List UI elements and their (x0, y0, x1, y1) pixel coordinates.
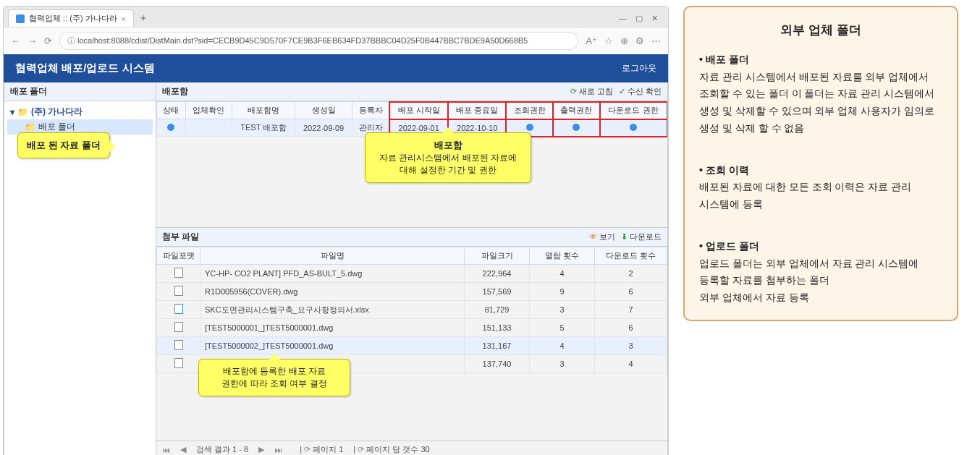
attach-header-row: 파일포맷 파일명 파일크기 열람 횟수 다운로드 횟수 (157, 247, 667, 265)
attach-panel: 첨부 파일 👁 보기 ⬇ 다운로드 파일포맷 (156, 227, 667, 455)
callout-title: 배포함 (374, 139, 522, 152)
col-status[interactable]: 상태 (157, 102, 186, 119)
col-end[interactable]: 배포 종료일 (448, 102, 506, 119)
eye-icon: 👁 (589, 232, 597, 241)
info-s2-title: • 조회 이력 (699, 162, 942, 179)
file-format-cell (157, 319, 200, 337)
col-format[interactable]: 파일포맷 (157, 247, 200, 265)
node-label: 배포 폴더 (38, 121, 75, 133)
attach-row[interactable]: YC-HP- CO2 PLANT] PFD_AS-BULT_5.dwg222,9… (157, 265, 667, 283)
callout-body: 자료 관리시스템에서 배포된 자료에 대해 설정한 기간 및 권한 (374, 152, 522, 177)
col-start[interactable]: 배포 시작일 (389, 102, 447, 119)
col-size[interactable]: 파일크기 (465, 247, 530, 265)
attach-row[interactable]: [TEST5000002_]TEST5000001.dwg131,16743 (157, 337, 667, 355)
favorite-icon[interactable]: ☆ (604, 35, 613, 46)
perm-dot-icon (630, 124, 637, 131)
callout-dist-folder: 배포 된 자료 폴더 (17, 132, 110, 158)
reload-icon[interactable]: ⟳ (44, 35, 52, 46)
minimize-icon[interactable]: — (619, 14, 627, 23)
download-button[interactable]: ⬇ 다운로드 (621, 231, 662, 242)
maximize-icon[interactable]: ▢ (635, 14, 643, 23)
attach-row[interactable]: [TEST5000001_]TEST5000001.dwg151,13356 (157, 319, 667, 337)
app-title: 협력업체 배포/업로드 시스템 (15, 61, 155, 75)
file-dls-cell: 3 (595, 337, 667, 355)
dist-grid: 상태 업체확인 배포함명 생성일 등록자 배포 시작일 배포 종료일 조회권한 … (156, 101, 667, 137)
file-size-cell: 81,729 (465, 301, 530, 319)
folder-icon: 📁 (25, 122, 35, 132)
file-views-cell: 3 (530, 355, 595, 373)
download-icon: ⬇ (621, 232, 628, 241)
root-label: (주) 가나다라 (31, 106, 83, 118)
file-views-cell: 3 (530, 301, 595, 319)
pager-first-icon[interactable]: ⏮ (162, 446, 170, 454)
forward-icon[interactable]: → (28, 35, 37, 46)
file-icon (174, 340, 183, 350)
pager: ⏮ ◀ 검색 결과 1 - 8 ▶ ⏭ | ⟳ 페이지 1 | ⟳ 페이지 당 … (156, 441, 667, 455)
cell-created: 2022-09-09 (295, 119, 352, 137)
close-tab-icon[interactable]: × (122, 14, 126, 23)
col-filename[interactable]: 파일명 (200, 247, 465, 265)
file-icon (174, 268, 183, 278)
file-icon (174, 286, 183, 296)
info-s3-title: • 업로드 폴더 (699, 238, 942, 255)
settings-icon[interactable]: ⚙ (635, 35, 644, 46)
callout-text: 배포 된 자료 폴더 (27, 140, 101, 150)
attach-row[interactable]: SKC도면관리시스템구축_요구사항정의서.xlsx81,72937 (157, 301, 667, 319)
close-window-icon[interactable]: ✕ (651, 14, 658, 23)
pager-reload2-icon[interactable]: ⟳ (358, 445, 364, 454)
pager-next-icon[interactable]: ▶ (258, 445, 264, 454)
pager-last-icon[interactable]: ⏭ (274, 446, 282, 454)
callout-text: 배포함에 등록한 배포 자료 권한에 따라 조회 여부 결정 (208, 365, 341, 390)
pager-prev-icon[interactable]: ◀ (180, 445, 186, 454)
col-confirm[interactable]: 업체확인 (185, 102, 232, 119)
url-input[interactable]: ⓘ localhost:8088/cdist/DistMain.dst?sid=… (59, 32, 578, 50)
pager-reload-icon[interactable]: ⟳ (304, 445, 311, 454)
tree-root[interactable]: ▾ 📁 (주) 가나다라 (7, 104, 153, 119)
file-icon (174, 358, 183, 368)
expand-icon[interactable]: ▾ (10, 107, 14, 117)
col-registrar[interactable]: 등록자 (352, 102, 389, 119)
refresh-button[interactable]: ⟳ 새로 고침 (570, 86, 613, 97)
logout-link[interactable]: 로그아웃 (622, 62, 656, 75)
file-size-cell: 151,133 (465, 319, 530, 337)
check-icon: ✓ (619, 87, 625, 95)
col-created[interactable]: 생성일 (295, 102, 352, 119)
info-s3-body: 업로드 폴더는 외부 업체에서 자료 관리 시스템에 등록할 자료를 첨부하는 … (699, 255, 942, 307)
menu-icon[interactable]: ⋯ (651, 35, 661, 46)
file-format-cell (157, 265, 200, 283)
new-tab-button[interactable]: ＋ (138, 12, 148, 25)
dist-header-row: 상태 업체확인 배포함명 생성일 등록자 배포 시작일 배포 종료일 조회권한 … (157, 102, 667, 119)
pager-total: 페이지 당 갯수 30 (366, 445, 429, 454)
col-dls[interactable]: 다운로드 횟수 (595, 247, 667, 265)
collections-icon[interactable]: ⊕ (620, 35, 628, 46)
file-name-cell: [TEST5000001_]TEST5000001.dwg (200, 319, 465, 337)
dist-panel-header: 배포함 ⟳ 새로 고침 ✓ 수신 확인 (156, 82, 667, 101)
col-views[interactable]: 열람 횟수 (530, 247, 595, 265)
sidebar-title: 배포 폴더 (4, 82, 156, 101)
file-icon (174, 322, 183, 332)
browser-tab[interactable]: 협력업체 :: (주) 가나다라 × (8, 9, 134, 27)
file-name-cell: [TEST5000002_]TEST5000001.dwg (200, 337, 465, 355)
read-aloud-icon[interactable]: A⁺ (586, 35, 597, 46)
col-view[interactable]: 조회권한 (506, 102, 553, 119)
confirm-button[interactable]: ✓ 수신 확인 (619, 86, 662, 97)
file-name-cell: R1D005956(COVER).dwg (200, 283, 465, 301)
info-s1-body: 자료 관리 시스템에서 배포된 자료를 외부 업체에서 조회할 수 있는 폴더 … (699, 69, 942, 137)
back-icon[interactable]: ← (11, 35, 20, 46)
file-views-cell: 5 (530, 319, 595, 337)
file-name-cell: YC-HP- CO2 PLANT] PFD_AS-BULT_5.dwg (200, 265, 465, 283)
file-format-cell (157, 355, 200, 373)
col-name[interactable]: 배포함명 (232, 102, 295, 119)
file-name-cell: SKC도면관리시스템구축_요구사항정의서.xlsx (200, 301, 465, 319)
file-views-cell: 9 (530, 283, 595, 301)
view-button[interactable]: 👁 보기 (589, 231, 615, 242)
file-dls-cell: 6 (595, 283, 667, 301)
info-s2-body: 배포된 자료에 대한 모든 조회 이력은 자료 관리 시스템에 등록 (699, 179, 942, 213)
col-download[interactable]: 다운로드 권한 (600, 102, 667, 119)
status-dot-icon (167, 124, 174, 131)
folder-icon: 📁 (17, 107, 28, 117)
file-size-cell: 131,167 (465, 337, 530, 355)
callout-dist-box: 배포함 자료 관리시스템에서 배포된 자료에 대해 설정한 기간 및 권한 (365, 132, 531, 183)
col-print[interactable]: 출력권한 (553, 102, 600, 119)
attach-row[interactable]: R1D005956(COVER).dwg157,56996 (157, 283, 667, 301)
